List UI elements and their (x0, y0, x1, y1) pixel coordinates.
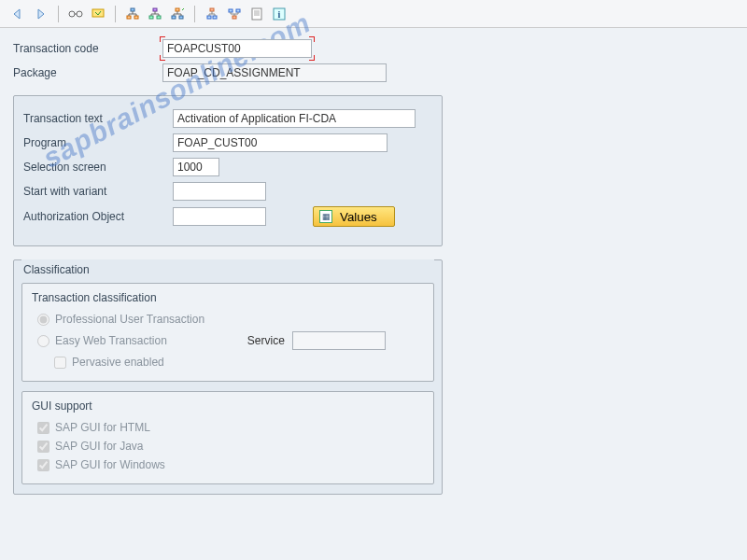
svg-rect-13 (157, 16, 161, 19)
classification-title: Classification (21, 259, 434, 280)
tree2-icon[interactable] (225, 5, 244, 23)
svg-point-1 (77, 11, 82, 17)
start-variant-label: Start with variant (23, 185, 173, 198)
package-row: Package (13, 63, 734, 82)
gui-windows-checkbox[interactable] (37, 459, 49, 471)
service-label: Service (247, 334, 285, 347)
transaction-code-label: Transaction code (13, 42, 162, 55)
gui-support-title: GUI support (32, 398, 424, 418)
toolbar: i (0, 0, 747, 28)
highlight-box (162, 39, 312, 58)
back-icon[interactable] (9, 5, 28, 23)
separator (194, 6, 195, 22)
svg-rect-34 (233, 16, 236, 19)
package-label: Package (13, 66, 162, 79)
professional-label: Professional User Transaction (55, 313, 204, 326)
service-field[interactable] (292, 331, 386, 350)
gui-java-checkbox[interactable] (37, 441, 49, 453)
pervasive-checkbox[interactable] (54, 357, 66, 369)
content-area: Transaction code Package Transaction tex… (0, 28, 747, 506)
grid-icon: ▦ (319, 210, 332, 223)
selection-screen-label: Selection screen (23, 161, 173, 174)
easy-web-label: Easy Web Transaction (55, 334, 167, 347)
separator (58, 6, 59, 22)
pervasive-label: Pervasive enabled (72, 356, 164, 369)
start-variant-field[interactable] (173, 182, 266, 201)
document-icon[interactable] (247, 5, 266, 23)
svg-rect-3 (92, 9, 104, 17)
display-icon[interactable] (89, 5, 107, 23)
selection-screen-field[interactable] (173, 158, 219, 176)
svg-text:i: i (278, 9, 281, 20)
svg-rect-4 (131, 8, 134, 11)
tree1-icon[interactable] (203, 5, 221, 23)
svg-rect-33 (236, 9, 240, 12)
forward-icon[interactable] (32, 5, 50, 23)
svg-rect-18 (176, 8, 179, 11)
program-field[interactable] (173, 133, 388, 152)
gui-java-label: SAP GUI for Java (55, 440, 143, 453)
gui-windows-label: SAP GUI for Windows (55, 458, 165, 471)
svg-rect-27 (213, 16, 217, 19)
transaction-text-label: Transaction text (23, 112, 173, 125)
hierarchy3-icon[interactable] (168, 5, 187, 23)
svg-rect-32 (229, 9, 233, 12)
values-button-label: Values (340, 210, 377, 224)
classification-group: Classification Transaction classificatio… (13, 259, 443, 495)
easy-web-radio[interactable] (37, 335, 49, 347)
hierarchy1-icon[interactable] (123, 5, 142, 23)
svg-rect-6 (134, 16, 138, 19)
transaction-code-row: Transaction code (13, 39, 734, 58)
auth-object-field[interactable] (173, 207, 266, 226)
svg-rect-5 (127, 16, 131, 19)
package-field[interactable] (162, 63, 387, 82)
transaction-classification-title: Transaction classification (32, 289, 424, 310)
gui-support-group: GUI support SAP GUI for HTML SAP GUI for… (21, 391, 434, 484)
info-icon[interactable]: i (270, 5, 289, 23)
professional-radio[interactable] (37, 314, 49, 326)
svg-rect-25 (210, 8, 214, 11)
details-panel: Transaction text Program Selection scree… (13, 95, 443, 246)
transaction-text-field[interactable] (173, 109, 416, 128)
gui-html-checkbox[interactable] (37, 422, 49, 434)
svg-point-0 (69, 11, 75, 17)
glasses-icon[interactable] (66, 5, 85, 23)
svg-rect-39 (252, 8, 261, 20)
svg-rect-11 (153, 8, 157, 11)
hierarchy2-icon[interactable] (146, 5, 164, 23)
gui-html-label: SAP GUI for HTML (55, 421, 150, 434)
auth-object-label: Authorization Object (23, 210, 173, 223)
svg-rect-26 (207, 16, 211, 19)
svg-rect-19 (172, 16, 176, 19)
transaction-classification-group: Transaction classification Professional … (21, 283, 434, 382)
values-button[interactable]: ▦ Values (313, 206, 395, 227)
separator (115, 6, 116, 22)
program-label: Program (23, 136, 173, 149)
svg-rect-12 (149, 16, 153, 19)
svg-rect-20 (179, 16, 183, 19)
transaction-code-field[interactable] (162, 39, 312, 58)
